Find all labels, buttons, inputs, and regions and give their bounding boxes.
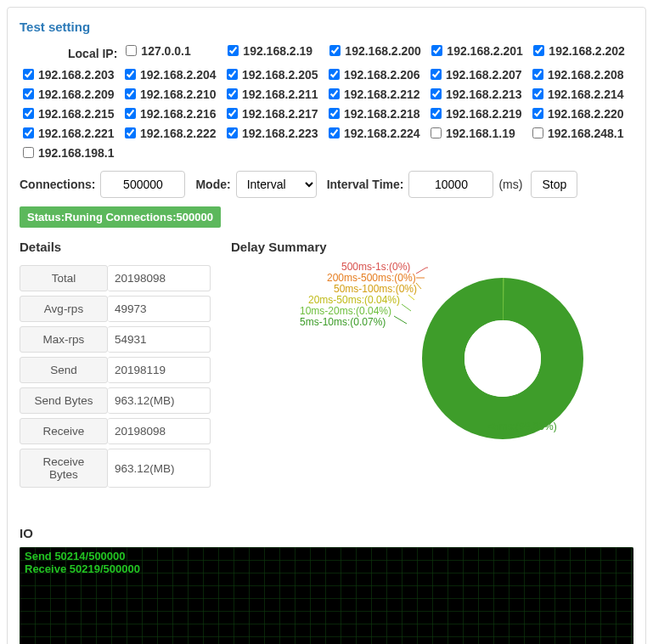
ip-item-192-168-2-201[interactable]: 192.168.2.201	[428, 42, 530, 59]
ip-checkbox[interactable]	[329, 69, 340, 80]
ip-checkbox[interactable]	[23, 147, 34, 158]
detail-value: 54931	[108, 326, 211, 353]
ip-checkbox[interactable]	[228, 45, 239, 56]
detail-label: Send	[20, 357, 108, 383]
detail-label: Total	[20, 265, 108, 291]
detail-value: 20198119	[108, 357, 211, 383]
detail-value: 20198098	[108, 418, 211, 444]
ip-checkbox[interactable]	[23, 108, 34, 119]
ip-item-192-168-2-205[interactable]: 192.168.2.205	[223, 66, 325, 82]
ip-checkbox[interactable]	[227, 108, 238, 119]
ip-text: 192.168.2.204	[140, 68, 217, 82]
ip-checkbox[interactable]	[125, 108, 136, 119]
ms-label: (ms)	[498, 178, 522, 191]
delay-column: Delay Summary	[231, 233, 633, 465]
ip-text: 192.168.2.218	[344, 107, 420, 121]
ip-text: 192.168.2.202	[549, 44, 625, 58]
ip-checkbox[interactable]	[431, 88, 442, 99]
local-ip-label: Local IP:	[68, 42, 117, 65]
ip-item-192-168-2-200[interactable]: 192.168.2.200	[326, 42, 428, 59]
ip-item-192-168-2-214[interactable]: 192.168.2.214	[529, 86, 631, 102]
io-receive-text: Receive 50219/500000	[25, 562, 140, 575]
ip-item-127-0-0-1[interactable]: 127.0.0.1	[122, 42, 224, 59]
table-row: Receive20198098	[20, 418, 211, 444]
ip-item-192-168-2-210[interactable]: 192.168.2.210	[121, 86, 223, 102]
ip-checkbox[interactable]	[431, 127, 442, 138]
legend-6: <5ms:(99.85%)	[487, 421, 557, 432]
detail-label: Send Bytes	[20, 387, 108, 414]
ip-item-192-168-248-1[interactable]: 192.168.248.1	[529, 125, 631, 141]
ip-checkbox[interactable]	[227, 127, 238, 138]
stop-button[interactable]: Stop	[531, 171, 577, 198]
io-section: IO Send 50214/500000 Receive 50219/50000…	[20, 526, 633, 644]
ip-item-192-168-2-19[interactable]: 192.168.2.19	[224, 42, 326, 59]
ip-item-192-168-2-224[interactable]: 192.168.2.224	[325, 125, 427, 141]
delay-heading: Delay Summary	[231, 240, 633, 254]
ip-checkbox[interactable]	[227, 88, 238, 99]
ip-checkbox[interactable]	[532, 69, 543, 80]
ip-item-192-168-2-213[interactable]: 192.168.2.213	[427, 86, 529, 102]
test-setting-panel: Test setting Local IP: 127.0.0.1192.168.…	[7, 7, 646, 644]
ip-checkbox[interactable]	[23, 88, 34, 99]
ip-item-192-168-2-211[interactable]: 192.168.2.211	[223, 86, 325, 102]
io-send-text: Send 50214/500000	[25, 550, 126, 562]
ip-text: 192.168.248.1	[548, 127, 624, 140]
table-row: Send20198119	[20, 357, 211, 383]
ip-checkbox[interactable]	[23, 127, 34, 138]
ip-item-192-168-2-206[interactable]: 192.168.2.206	[325, 66, 427, 82]
ip-text: 192.168.2.221	[38, 127, 115, 140]
ip-checkbox[interactable]	[431, 69, 442, 80]
ip-item-192-168-2-204[interactable]: 192.168.2.204	[121, 66, 223, 82]
ip-item-192-168-2-212[interactable]: 192.168.2.212	[325, 86, 427, 102]
ip-checkbox[interactable]	[23, 69, 34, 80]
ip-checkbox[interactable]	[125, 127, 136, 138]
legend-3: 20ms-50ms:(0.04%)	[308, 294, 400, 306]
ip-item-192-168-198-1[interactable]: 192.168.198.1	[20, 144, 121, 161]
ip-item-192-168-2-222[interactable]: 192.168.2.222	[121, 125, 223, 141]
ip-checkbox[interactable]	[329, 127, 340, 138]
ip-checkbox[interactable]	[532, 88, 543, 99]
ip-text: 192.168.198.1	[38, 146, 115, 160]
ip-item-192-168-2-223[interactable]: 192.168.2.223	[223, 125, 325, 141]
ip-checkbox[interactable]	[125, 88, 136, 99]
ip-text: 192.168.2.224	[344, 127, 420, 140]
io-chart: Send 50214/500000 Receive 50219/500000	[20, 547, 633, 644]
ip-checkbox[interactable]	[329, 108, 340, 119]
ip-checkbox[interactable]	[533, 45, 544, 56]
mode-select[interactable]: Interval	[236, 171, 317, 198]
ip-checkbox[interactable]	[329, 88, 340, 99]
ip-item-192-168-2-221[interactable]: 192.168.2.221	[20, 125, 121, 141]
ip-item-192-168-2-208[interactable]: 192.168.2.208	[529, 66, 631, 82]
ip-checkbox[interactable]	[126, 45, 137, 56]
connections-input[interactable]	[100, 171, 185, 198]
detail-value: 49973	[108, 296, 211, 322]
controls-row: Connections: Mode: Interval Interval Tim…	[20, 171, 633, 198]
mode-label: Mode:	[195, 178, 230, 191]
ip-item-192-168-2-207[interactable]: 192.168.2.207	[427, 66, 529, 82]
ip-item-192-168-2-202[interactable]: 192.168.2.202	[530, 42, 632, 59]
ip-text: 192.168.2.209	[38, 88, 115, 101]
ip-item-192-168-2-203[interactable]: 192.168.2.203	[20, 66, 121, 82]
ip-item-192-168-1-19[interactable]: 192.168.1.19	[427, 125, 529, 141]
ip-item-192-168-2-218[interactable]: 192.168.2.218	[325, 105, 427, 121]
ip-checkbox[interactable]	[532, 127, 543, 138]
detail-label: Receive	[20, 418, 108, 444]
ip-text: 192.168.2.217	[242, 107, 318, 121]
detail-value: 963.12(MB)	[108, 387, 211, 414]
ip-item-192-168-2-209[interactable]: 192.168.2.209	[20, 86, 121, 102]
ip-item-192-168-2-216[interactable]: 192.168.2.216	[121, 105, 223, 121]
ip-item-192-168-2-217[interactable]: 192.168.2.217	[223, 105, 325, 121]
legend-5: 5ms-10ms:(0.07%)	[300, 316, 386, 328]
ip-checkbox[interactable]	[329, 45, 341, 56]
ip-item-192-168-2-215[interactable]: 192.168.2.215	[20, 105, 121, 121]
ip-checkbox[interactable]	[532, 108, 543, 119]
ip-checkbox[interactable]	[125, 69, 136, 80]
ip-checkbox[interactable]	[431, 45, 442, 56]
ip-item-192-168-2-220[interactable]: 192.168.2.220	[529, 105, 631, 121]
detail-value: 963.12(MB)	[108, 449, 211, 488]
ip-item-192-168-2-219[interactable]: 192.168.2.219	[427, 105, 529, 121]
ip-checkbox[interactable]	[431, 108, 442, 119]
interval-input[interactable]	[408, 171, 493, 198]
ip-text: 192.168.2.203	[38, 68, 115, 82]
ip-checkbox[interactable]	[227, 69, 238, 80]
